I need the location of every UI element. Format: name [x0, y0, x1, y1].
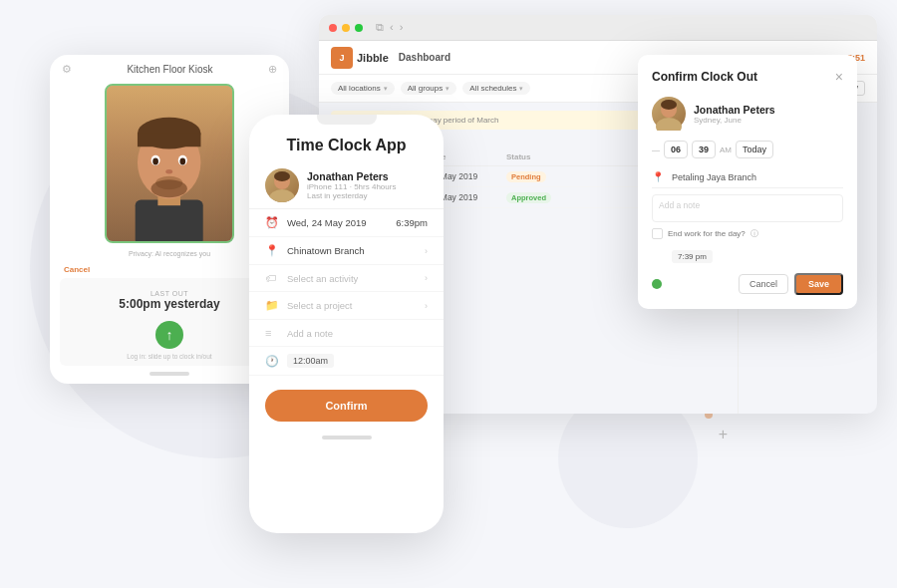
phone-user-sub2: Last in yesterday — [307, 191, 396, 200]
phone-confirm-button[interactable]: Confirm — [265, 390, 428, 422]
jibble-logo: J Jibble — [331, 47, 389, 69]
jibble-logo-icon: J — [331, 47, 353, 69]
last-out-label: LAST OUT — [66, 290, 273, 297]
modal-info-icon: ⓘ — [750, 228, 758, 239]
phone-user-row: Jonathan Peters iPhone 111 · 5hrs 4hours… — [249, 162, 444, 209]
confirm-modal: Confirm Clock Out × Jonathan Peters Sydn… — [638, 55, 857, 309]
phone-activity-row[interactable]: 🏷 Select an activity › — [249, 265, 444, 292]
titlebar-min-dot[interactable] — [342, 24, 350, 32]
phone-home-indicator — [322, 436, 372, 440]
modal-end-time: 7:39 pm — [672, 250, 713, 263]
svg-rect-0 — [136, 199, 203, 241]
toolbar-groups[interactable]: All groups ▾ — [401, 82, 457, 95]
modal-note-placeholder: Add a note — [659, 200, 700, 210]
modal-header: Confirm Clock Out × — [652, 69, 843, 85]
titlebar-icons: ⧉ ‹ › — [376, 21, 403, 34]
svg-point-11 — [151, 179, 187, 197]
phone-note-row[interactable]: ≡ Add a note — [249, 320, 444, 347]
modal-endshift-checkbox[interactable] — [652, 228, 663, 239]
phone-user-name: Jonathan Peters — [307, 170, 396, 182]
modal-min-box[interactable]: 39 — [692, 141, 716, 158]
titlebar-close-dot[interactable] — [329, 24, 337, 32]
modal-avatar — [652, 97, 686, 131]
toolbar-schedules[interactable]: All schedules ▾ — [462, 82, 530, 95]
tablet-small-text: Log in: slide up to clock in/out — [66, 353, 273, 360]
tablet-topbar: ⚙ Kitchen Floor Kiosk ⊕ — [50, 55, 289, 84]
modal-close-button[interactable]: × — [835, 69, 843, 85]
tag-icon: 🏷 — [265, 272, 279, 284]
svg-point-8 — [180, 157, 186, 164]
modal-endshift-label: End work for the day? — [668, 229, 746, 238]
phone-project-row[interactable]: 📁 Select a project › — [249, 292, 444, 320]
phone-header: Time Clock App — [249, 125, 444, 162]
modal-online-indicator — [652, 279, 662, 289]
tablet-settings-icon[interactable]: ⚙ — [62, 63, 72, 76]
groups-arrow: ▾ — [446, 85, 449, 93]
modal-cancel-button[interactable]: Cancel — [739, 274, 788, 294]
svg-point-21 — [656, 118, 682, 131]
modal-endtime-row: 7:39 pm — [668, 245, 843, 263]
note-icon: ≡ — [265, 327, 279, 339]
tablet-action-btn[interactable]: ↑ — [155, 321, 183, 349]
svg-rect-4 — [138, 133, 200, 147]
titlebar-icon-left[interactable]: ⧉ — [376, 21, 384, 34]
modal-location-row: 📍 Petaling Jaya Branch — [652, 166, 843, 188]
phone-location-row[interactable]: 📍 Chinatown Branch › — [249, 237, 444, 265]
phone-note: Add a note — [287, 328, 428, 339]
chevron-right-icon-3: › — [425, 301, 428, 311]
tablet-last-out-box: LAST OUT 5:00pm yesterday ↑ Log in: slid… — [60, 278, 279, 366]
phone-user-sub1: iPhone 111 · 5hrs 4hours — [307, 182, 396, 191]
nav-dashboard[interactable]: Dashboard — [399, 52, 450, 63]
svg-point-20 — [661, 100, 677, 110]
modal-user-sub: Sydney, June — [694, 116, 775, 125]
groups-label: All groups — [408, 84, 444, 93]
schedules-label: All schedules — [469, 84, 516, 93]
svg-point-14 — [269, 189, 295, 202]
phone-notch — [317, 115, 377, 125]
jibble-logo-text: Jibble — [357, 52, 389, 64]
tablet-title: Kitchen Floor Kiosk — [127, 64, 212, 75]
modal-hour-box[interactable]: 06 — [664, 141, 688, 158]
phone-app-title: Time Clock App — [265, 137, 428, 154]
locations-label: All locations — [338, 84, 381, 93]
tablet-btn-area: ↑ — [66, 321, 273, 349]
status-badge-approved: Approved — [506, 192, 551, 203]
tablet-face-box — [105, 84, 234, 243]
titlebar-icon-fwd[interactable]: › — [400, 21, 404, 34]
svg-point-13 — [274, 171, 290, 181]
modal-location-text: Petaling Jaya Branch — [672, 172, 756, 182]
modal-endshift-row: End work for the day? ⓘ — [652, 228, 843, 239]
location-icon: 📍 — [265, 244, 279, 257]
phone-user-avatar — [265, 168, 299, 202]
tablet-cancel[interactable]: Cancel — [64, 265, 275, 274]
phone-date: Wed, 24 May 2019 — [287, 217, 388, 228]
modal-footer: Cancel Save — [652, 273, 843, 295]
modal-ampm[interactable]: AM — [720, 146, 732, 154]
desktop-titlebar: ⧉ ‹ › — [319, 15, 877, 41]
phone-time: 6:39pm — [396, 217, 428, 228]
phone-time-row: 🕐 12:00am — [249, 347, 444, 376]
tablet-more-icon[interactable]: ⊕ — [268, 63, 277, 76]
svg-point-9 — [166, 169, 173, 174]
phone-project: Select a project — [287, 300, 417, 311]
titlebar-icon-back[interactable]: ‹ — [390, 21, 394, 34]
modal-user-info: Jonathan Peters Sydney, June — [694, 104, 775, 125]
last-out-time: 5:00pm yesterday — [66, 297, 273, 311]
float-plus-2: + — [719, 426, 728, 443]
modal-today-box[interactable]: Today — [736, 141, 773, 158]
tablet-last-out: LAST OUT 5:00pm yesterday — [66, 284, 273, 315]
modal-note-input[interactable]: Add a note — [652, 194, 843, 222]
titlebar-max-dot[interactable] — [355, 24, 363, 32]
tablet-action-icon: ↑ — [166, 327, 173, 343]
phone-user-info: Jonathan Peters iPhone 111 · 5hrs 4hours… — [307, 170, 396, 200]
modal-title: Confirm Clock Out — [652, 70, 757, 84]
phone-device: Time Clock App Jonathan Peters iPhone 11… — [249, 115, 444, 533]
toolbar-locations[interactable]: All locations ▾ — [331, 82, 395, 95]
chevron-right-icon: › — [425, 246, 428, 256]
modal-save-button[interactable]: Save — [794, 273, 843, 295]
svg-point-7 — [153, 157, 159, 164]
phone-time-value[interactable]: 12:00am — [287, 354, 334, 368]
folder-icon: 📁 — [265, 299, 279, 312]
modal-user-name: Jonathan Peters — [694, 104, 775, 116]
phone-activity: Select an activity — [287, 273, 417, 284]
